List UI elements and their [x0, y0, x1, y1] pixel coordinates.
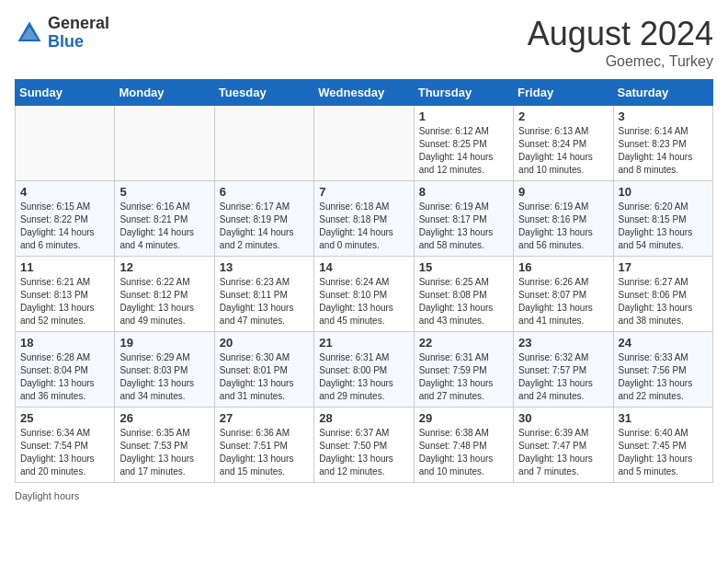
day-number: 6: [220, 185, 309, 199]
calendar-week-row: 18Sunrise: 6:28 AMSunset: 8:04 PMDayligh…: [16, 332, 713, 408]
day-info: Sunrise: 6:24 AMSunset: 8:10 PMDaylight:…: [319, 276, 408, 327]
calendar-day-cell: 20Sunrise: 6:30 AMSunset: 8:01 PMDayligh…: [214, 332, 313, 408]
calendar-header-cell: Friday: [514, 80, 613, 106]
day-info: Sunrise: 6:31 AMSunset: 7:59 PMDaylight:…: [419, 351, 508, 403]
calendar-header-cell: Sunday: [16, 80, 115, 106]
page-header: General Blue August 2024 Goemec, Turkey: [15, 15, 713, 70]
day-info: Sunrise: 6:32 AMSunset: 7:57 PMDaylight:…: [518, 351, 608, 403]
day-number: 12: [119, 260, 209, 274]
day-info: Sunrise: 6:18 AMSunset: 8:18 PMDaylight:…: [319, 201, 408, 252]
day-number: 31: [619, 411, 708, 425]
day-info: Sunrise: 6:22 AMSunset: 8:12 PMDaylight:…: [119, 276, 209, 327]
day-number: 22: [419, 336, 508, 350]
day-number: 14: [319, 260, 408, 274]
day-number: 26: [119, 411, 209, 425]
footer: Daylight hours: [15, 490, 713, 501]
calendar-day-cell: 11Sunrise: 6:21 AMSunset: 8:13 PMDayligh…: [16, 257, 115, 332]
day-number: 25: [20, 411, 109, 425]
calendar-day-cell: 30Sunrise: 6:39 AMSunset: 7:47 PMDayligh…: [514, 408, 613, 483]
calendar-day-cell: 7Sunrise: 6:18 AMSunset: 8:18 PMDaylight…: [314, 181, 414, 257]
calendar-header-cell: Monday: [115, 80, 214, 106]
day-info: Sunrise: 6:40 AMSunset: 7:45 PMDaylight:…: [619, 427, 708, 478]
calendar-body: 1Sunrise: 6:12 AMSunset: 8:25 PMDaylight…: [16, 106, 713, 483]
calendar-week-row: 1Sunrise: 6:12 AMSunset: 8:25 PMDaylight…: [16, 106, 713, 181]
day-number: 21: [319, 336, 408, 350]
day-info: Sunrise: 6:17 AMSunset: 8:19 PMDaylight:…: [220, 201, 309, 252]
day-number: 27: [220, 411, 309, 425]
calendar-day-cell: 4Sunrise: 6:15 AMSunset: 8:22 PMDaylight…: [16, 181, 115, 257]
day-info: Sunrise: 6:28 AMSunset: 8:04 PMDaylight:…: [20, 351, 109, 403]
day-number: 9: [518, 185, 608, 199]
calendar-day-cell: 22Sunrise: 6:31 AMSunset: 7:59 PMDayligh…: [414, 332, 513, 408]
calendar-header-cell: Tuesday: [214, 80, 313, 106]
calendar-day-cell: 16Sunrise: 6:26 AMSunset: 8:07 PMDayligh…: [514, 257, 613, 332]
calendar-header-cell: Saturday: [613, 80, 712, 106]
day-info: Sunrise: 6:20 AMSunset: 8:15 PMDaylight:…: [619, 201, 708, 252]
day-number: 8: [419, 185, 508, 199]
calendar-day-cell: 31Sunrise: 6:40 AMSunset: 7:45 PMDayligh…: [613, 408, 712, 483]
calendar-day-cell: 19Sunrise: 6:29 AMSunset: 8:03 PMDayligh…: [115, 332, 214, 408]
day-info: Sunrise: 6:21 AMSunset: 8:13 PMDaylight:…: [20, 276, 109, 327]
calendar-day-cell: 13Sunrise: 6:23 AMSunset: 8:11 PMDayligh…: [214, 257, 313, 332]
calendar-day-cell: 26Sunrise: 6:35 AMSunset: 7:53 PMDayligh…: [115, 408, 214, 483]
calendar-week-row: 4Sunrise: 6:15 AMSunset: 8:22 PMDaylight…: [16, 181, 713, 257]
day-info: Sunrise: 6:33 AMSunset: 7:56 PMDaylight:…: [619, 351, 708, 403]
calendar-day-cell: 6Sunrise: 6:17 AMSunset: 8:19 PMDaylight…: [214, 181, 313, 257]
day-number: 20: [220, 336, 309, 350]
calendar-day-cell: 17Sunrise: 6:27 AMSunset: 8:06 PMDayligh…: [613, 257, 712, 332]
day-info: Sunrise: 6:39 AMSunset: 7:47 PMDaylight:…: [518, 427, 608, 478]
day-number: 19: [119, 336, 209, 350]
day-info: Sunrise: 6:15 AMSunset: 8:22 PMDaylight:…: [20, 201, 109, 252]
day-info: Sunrise: 6:31 AMSunset: 8:00 PMDaylight:…: [319, 351, 408, 403]
day-info: Sunrise: 6:26 AMSunset: 8:07 PMDaylight:…: [518, 276, 608, 327]
day-number: 29: [419, 411, 508, 425]
day-info: Sunrise: 6:35 AMSunset: 7:53 PMDaylight:…: [119, 427, 209, 478]
day-info: Sunrise: 6:13 AMSunset: 8:24 PMDaylight:…: [518, 125, 608, 177]
calendar-day-cell: [314, 106, 414, 181]
logo-general-text: General: [48, 15, 109, 33]
calendar-day-cell: 3Sunrise: 6:14 AMSunset: 8:23 PMDaylight…: [613, 106, 712, 181]
day-info: Sunrise: 6:23 AMSunset: 8:11 PMDaylight:…: [220, 276, 309, 327]
day-number: 13: [220, 260, 309, 274]
calendar-day-cell: [214, 106, 313, 181]
logo: General Blue: [15, 15, 109, 52]
calendar-day-cell: 29Sunrise: 6:38 AMSunset: 7:48 PMDayligh…: [414, 408, 513, 483]
calendar-day-cell: 14Sunrise: 6:24 AMSunset: 8:10 PMDayligh…: [314, 257, 414, 332]
calendar-day-cell: 15Sunrise: 6:25 AMSunset: 8:08 PMDayligh…: [414, 257, 513, 332]
calendar-day-cell: 5Sunrise: 6:16 AMSunset: 8:21 PMDaylight…: [115, 181, 214, 257]
calendar-day-cell: 28Sunrise: 6:37 AMSunset: 7:50 PMDayligh…: [314, 408, 414, 483]
calendar-day-cell: 12Sunrise: 6:22 AMSunset: 8:12 PMDayligh…: [115, 257, 214, 332]
day-number: 4: [20, 185, 109, 199]
logo-icon: [15, 18, 44, 48]
calendar-subtitle: Goemec, Turkey: [528, 53, 713, 70]
footer-label: Daylight hours: [15, 490, 79, 501]
day-number: 23: [518, 336, 608, 350]
calendar-day-cell: 1Sunrise: 6:12 AMSunset: 8:25 PMDaylight…: [414, 106, 513, 181]
day-info: Sunrise: 6:38 AMSunset: 7:48 PMDaylight:…: [419, 427, 508, 478]
day-number: 7: [319, 185, 408, 199]
title-block: August 2024 Goemec, Turkey: [528, 15, 713, 70]
day-info: Sunrise: 6:12 AMSunset: 8:25 PMDaylight:…: [419, 125, 508, 177]
calendar-day-cell: 8Sunrise: 6:19 AMSunset: 8:17 PMDaylight…: [414, 181, 513, 257]
calendar-day-cell: 9Sunrise: 6:19 AMSunset: 8:16 PMDaylight…: [514, 181, 613, 257]
calendar-header-cell: Thursday: [414, 80, 513, 106]
day-number: 11: [20, 260, 109, 274]
day-number: 10: [619, 185, 708, 199]
calendar-day-cell: 25Sunrise: 6:34 AMSunset: 7:54 PMDayligh…: [16, 408, 115, 483]
day-number: 24: [619, 336, 708, 350]
calendar-table: SundayMondayTuesdayWednesdayThursdayFrid…: [15, 79, 713, 483]
day-info: Sunrise: 6:37 AMSunset: 7:50 PMDaylight:…: [319, 427, 408, 478]
day-info: Sunrise: 6:29 AMSunset: 8:03 PMDaylight:…: [119, 351, 209, 403]
day-number: 3: [619, 109, 708, 123]
day-info: Sunrise: 6:19 AMSunset: 8:16 PMDaylight:…: [518, 201, 608, 252]
day-number: 30: [518, 411, 608, 425]
day-number: 18: [20, 336, 109, 350]
calendar-day-cell: [115, 106, 214, 181]
day-info: Sunrise: 6:34 AMSunset: 7:54 PMDaylight:…: [20, 427, 109, 478]
calendar-header-row: SundayMondayTuesdayWednesdayThursdayFrid…: [16, 80, 713, 106]
calendar-day-cell: 27Sunrise: 6:36 AMSunset: 7:51 PMDayligh…: [214, 408, 313, 483]
day-info: Sunrise: 6:25 AMSunset: 8:08 PMDaylight:…: [419, 276, 508, 327]
calendar-day-cell: 2Sunrise: 6:13 AMSunset: 8:24 PMDaylight…: [514, 106, 613, 181]
day-number: 1: [419, 109, 508, 123]
calendar-day-cell: 21Sunrise: 6:31 AMSunset: 8:00 PMDayligh…: [314, 332, 414, 408]
